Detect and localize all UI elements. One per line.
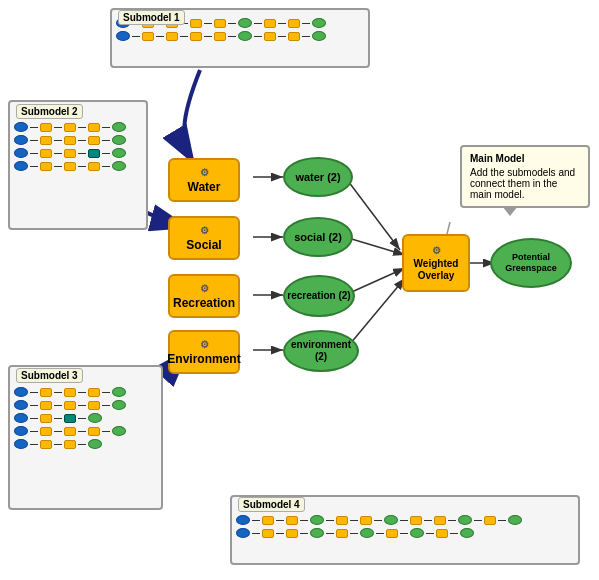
submodel-1-row2: [116, 31, 364, 41]
submodel-2-box: [8, 100, 148, 230]
submodel-4-label: Submodel 4: [238, 497, 305, 512]
callout-text: Add the submodels and connect them in th…: [470, 167, 580, 200]
submodel-3-row2: [14, 400, 157, 410]
submodel-3-row5: [14, 439, 157, 449]
water-icon: ⚙: [200, 167, 209, 178]
recreation2-oval: recreation (2): [283, 275, 355, 317]
environment-node[interactable]: ⚙ Environment: [168, 330, 240, 374]
callout-title: Main Model: [470, 153, 580, 164]
diagram: Submodel 1: [0, 0, 599, 580]
weighted-overlay-icon: ⚙: [432, 245, 441, 256]
submodel-3-box: [8, 365, 163, 510]
submodel-4-row1: [236, 515, 574, 525]
submodel-3-row1: [14, 387, 157, 397]
submodel-3-label: Submodel 3: [16, 368, 83, 383]
submodel-2-row2: [14, 135, 142, 145]
submodel-3-row3: [14, 413, 157, 423]
submodel-2-row3: [14, 148, 142, 158]
submodel-2-row4: [14, 161, 142, 171]
water-node[interactable]: ⚙ Water: [168, 158, 240, 202]
environment-icon: ⚙: [200, 339, 209, 350]
submodel-3-row4: [14, 426, 157, 436]
social-icon: ⚙: [200, 225, 209, 236]
submodel-1-label: Submodel 1: [118, 10, 185, 25]
weighted-overlay-node[interactable]: ⚙ Weighted Overlay: [402, 234, 470, 292]
greenspace-oval: Potential Greenspace: [490, 238, 572, 288]
submodel-2-label: Submodel 2: [16, 104, 83, 119]
svg-line-5: [345, 177, 400, 250]
submodel-4-row2: [236, 528, 574, 538]
main-model-callout: Main Model Add the submodels and connect…: [460, 145, 590, 208]
submodel-2-row1: [14, 122, 142, 132]
environment2-oval: environment (2): [283, 330, 359, 372]
recreation-node[interactable]: ⚙ Recreation: [168, 274, 240, 318]
recreation-icon: ⚙: [200, 283, 209, 294]
social-node[interactable]: ⚙ Social: [168, 216, 240, 260]
svg-line-6: [345, 237, 405, 255]
social2-oval: social (2): [283, 217, 353, 257]
water2-oval: water (2): [283, 157, 353, 197]
